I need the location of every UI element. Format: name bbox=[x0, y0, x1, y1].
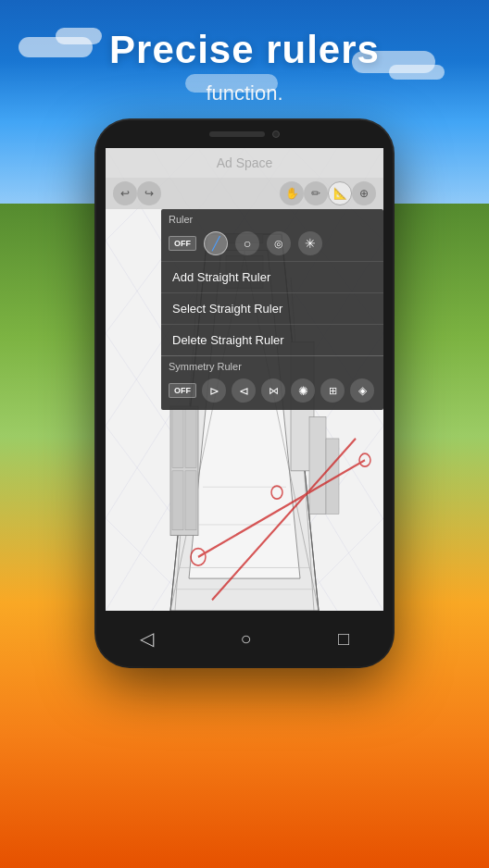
drawing-area: Ad Space ↩ ↪ ✋ ✏ 📐 ⊕ Ruler OFF ╱ ○ bbox=[106, 148, 383, 611]
ruler-icons-row: OFF ╱ ○ ◎ ✳ bbox=[161, 228, 383, 261]
redo-button[interactable]: ↪ bbox=[137, 181, 161, 205]
brush-tool-button[interactable]: ✏ bbox=[304, 181, 328, 205]
diagonal-ruler-icon[interactable]: ╱ bbox=[204, 231, 228, 255]
ruler-tool-button[interactable]: 📐 bbox=[328, 181, 352, 205]
sym-icon-6[interactable]: ◈ bbox=[350, 378, 374, 403]
sym-icon-1[interactable]: ⊳ bbox=[202, 378, 226, 403]
symmetry-icons-row: OFF ⊳ ⊲ ⋈ ✺ ⊞ ◈ bbox=[161, 375, 383, 410]
ellipse-ruler-icon[interactable]: ◎ bbox=[267, 231, 291, 255]
delete-straight-ruler-item[interactable]: Delete Straight Ruler bbox=[161, 324, 383, 355]
symmetry-ruler-section: Symmetry Ruler OFF ⊳ ⊲ ⋈ ✺ ⊞ ◈ bbox=[161, 355, 383, 410]
sym-icon-3[interactable]: ⋈ bbox=[261, 378, 285, 403]
svg-rect-33 bbox=[185, 408, 196, 467]
svg-rect-32 bbox=[172, 408, 183, 467]
ruler-section-title: Ruler bbox=[161, 209, 383, 228]
symmetry-ruler-title: Symmetry Ruler bbox=[161, 356, 383, 375]
sym-icon-4[interactable]: ✺ bbox=[291, 378, 315, 403]
icon-toolbar[interactable]: ↩ ↪ ✋ ✏ 📐 ⊕ bbox=[106, 178, 383, 209]
ad-space-label: Ad Space bbox=[217, 155, 273, 170]
hand-tool-button[interactable]: ✋ bbox=[280, 181, 304, 205]
undo-button[interactable]: ↩ bbox=[113, 181, 137, 205]
svg-rect-37 bbox=[309, 417, 326, 515]
symmetry-off-button[interactable]: OFF bbox=[169, 383, 196, 398]
page-title: Precise rulers bbox=[0, 28, 489, 72]
circle-ruler-icon[interactable]: ○ bbox=[235, 231, 259, 255]
ruler-off-button[interactable]: OFF bbox=[169, 236, 196, 251]
sym-icon-5[interactable]: ⊞ bbox=[320, 378, 345, 403]
phone-screen: Ad Space ↩ ↪ ✋ ✏ 📐 ⊕ Ruler OFF ╱ ○ bbox=[106, 148, 383, 611]
phone-nav-bar: ◁ ○ □ bbox=[96, 611, 393, 666]
phone-device: Ad Space ↩ ↪ ✋ ✏ 📐 ⊕ Ruler OFF ╱ ○ bbox=[96, 120, 393, 666]
add-straight-ruler-item[interactable]: Add Straight Ruler bbox=[161, 261, 383, 292]
svg-rect-34 bbox=[172, 471, 183, 530]
sym-icon-2[interactable]: ⊲ bbox=[232, 378, 256, 403]
layers-button[interactable]: ⊕ bbox=[352, 181, 376, 205]
recent-apps-button[interactable]: □ bbox=[338, 628, 349, 650]
phone-top-bar bbox=[96, 120, 393, 148]
page-subtitle: function. bbox=[0, 81, 489, 105]
svg-rect-35 bbox=[185, 471, 196, 530]
phone-camera bbox=[272, 130, 280, 138]
star-ruler-icon[interactable]: ✳ bbox=[298, 231, 322, 255]
phone-speaker bbox=[209, 131, 265, 137]
ad-space-bar: Ad Space bbox=[106, 148, 383, 178]
ruler-dropdown-menu: Ruler OFF ╱ ○ ◎ ✳ Add Straight Ruler Sel… bbox=[161, 209, 383, 410]
home-button[interactable]: ○ bbox=[240, 628, 251, 650]
select-straight-ruler-item[interactable]: Select Straight Ruler bbox=[161, 292, 383, 324]
back-button[interactable]: ◁ bbox=[140, 627, 154, 650]
